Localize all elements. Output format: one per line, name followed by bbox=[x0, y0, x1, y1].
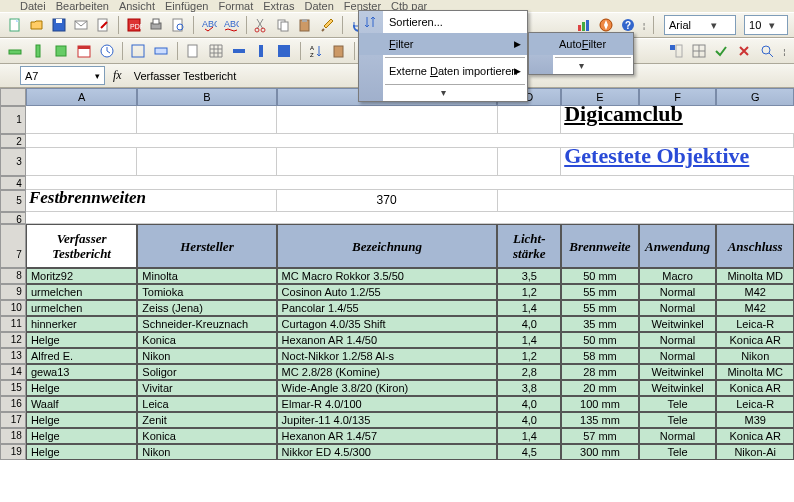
pdf-export-icon[interactable]: PDF bbox=[125, 15, 143, 35]
cell[interactable] bbox=[26, 106, 137, 134]
cell[interactable] bbox=[277, 148, 498, 176]
cell[interactable]: 55 mm bbox=[561, 300, 639, 316]
print-icon[interactable] bbox=[147, 15, 165, 35]
cell[interactable]: 57 mm bbox=[561, 428, 639, 444]
freeze-icon[interactable] bbox=[666, 41, 685, 61]
cell[interactable]: Jupiter-11 4.0/135 bbox=[277, 412, 498, 428]
cell[interactable]: Weitwinkel bbox=[639, 380, 717, 396]
row-header[interactable]: 6 bbox=[0, 212, 26, 224]
row-header[interactable]: 7 bbox=[0, 224, 26, 268]
split-icon[interactable] bbox=[689, 41, 708, 61]
cell[interactable] bbox=[137, 106, 276, 134]
cell[interactable]: 20 mm bbox=[561, 380, 639, 396]
menubar-item[interactable]: Datei bbox=[20, 0, 46, 12]
cell[interactable]: Getestete Objektive bbox=[561, 148, 794, 176]
cell[interactable]: Zenit bbox=[137, 412, 276, 428]
autocheck-icon[interactable]: ABC bbox=[222, 15, 240, 35]
paintbrush-icon[interactable] bbox=[318, 15, 336, 35]
toolbar-overflow-icon[interactable]: ¦ bbox=[641, 15, 648, 35]
cell[interactable]: 4,0 bbox=[497, 316, 561, 332]
spreadsheet-grid[interactable]: A B C D E F G 1 Digicamclub 2 3 Getestet… bbox=[0, 88, 794, 460]
cell[interactable]: 55 mm bbox=[561, 284, 639, 300]
cell[interactable] bbox=[26, 212, 794, 224]
toolbar-overflow-icon[interactable]: ¦ bbox=[781, 41, 788, 61]
borders-icon[interactable] bbox=[129, 41, 148, 61]
cell[interactable]: urmelchen bbox=[26, 284, 137, 300]
cell[interactable]: Cosinon Auto 1.2/55 bbox=[277, 284, 498, 300]
edit-doc-icon[interactable] bbox=[94, 15, 112, 35]
cell[interactable]: Konica bbox=[137, 332, 276, 348]
cell[interactable]: Wide-Angle 3.8/20 (Kiron) bbox=[277, 380, 498, 396]
cell[interactable]: Minolta MC bbox=[716, 364, 794, 380]
insert-time-icon[interactable] bbox=[97, 41, 116, 61]
cell[interactable]: Konica AR bbox=[716, 428, 794, 444]
col-header[interactable]: G bbox=[716, 88, 794, 106]
select-col-icon[interactable] bbox=[252, 41, 271, 61]
validate-icon[interactable] bbox=[712, 41, 731, 61]
table-header[interactable]: Verfasser Testbericht bbox=[26, 224, 137, 268]
cell[interactable]: Konica AR bbox=[716, 332, 794, 348]
cell[interactable]: 1,4 bbox=[497, 300, 561, 316]
cell[interactable]: 1,4 bbox=[497, 332, 561, 348]
row-header[interactable]: 10 bbox=[0, 300, 26, 316]
save-icon[interactable] bbox=[50, 15, 68, 35]
col-header[interactable]: B bbox=[137, 88, 276, 106]
doc-icon[interactable] bbox=[184, 41, 203, 61]
cell[interactable] bbox=[498, 148, 562, 176]
cell[interactable]: Helge bbox=[26, 380, 137, 396]
row-header[interactable]: 5 bbox=[0, 190, 26, 212]
menu-item-filter[interactable]: Filter ▶ bbox=[359, 33, 527, 55]
menubar-item[interactable]: Extras bbox=[263, 0, 294, 12]
cell[interactable]: Tele bbox=[639, 444, 717, 460]
menu-expand-icon[interactable]: ▾ bbox=[359, 87, 527, 101]
font-name-combo[interactable]: Arial ▾ bbox=[664, 15, 736, 35]
cell[interactable]: MC Macro Rokkor 3.5/50 bbox=[277, 268, 498, 284]
select-all-icon[interactable] bbox=[275, 41, 294, 61]
cell[interactable]: Vivitar bbox=[137, 380, 276, 396]
row-header[interactable]: 18 bbox=[0, 428, 26, 444]
cell[interactable]: M42 bbox=[716, 300, 794, 316]
row-header[interactable]: 2 bbox=[0, 134, 26, 148]
mail-icon[interactable] bbox=[72, 15, 90, 35]
cell[interactable]: Waalf bbox=[26, 396, 137, 412]
cell[interactable]: 1,2 bbox=[497, 284, 561, 300]
row-header[interactable]: 17 bbox=[0, 412, 26, 428]
cell[interactable]: Nikon bbox=[137, 444, 276, 460]
row-header[interactable]: 1 bbox=[0, 106, 26, 134]
zoom-icon[interactable] bbox=[758, 41, 777, 61]
table-header[interactable]: Licht-stärke bbox=[497, 224, 561, 268]
cell[interactable]: Normal bbox=[639, 332, 717, 348]
cell[interactable]: 28 mm bbox=[561, 364, 639, 380]
cell[interactable]: Macro bbox=[639, 268, 717, 284]
menubar-item[interactable]: Bearbeiten bbox=[56, 0, 109, 12]
cell[interactable]: 3,8 bbox=[497, 380, 561, 396]
row-header[interactable]: 16 bbox=[0, 396, 26, 412]
cell[interactable]: Curtagon 4.0/35 Shift bbox=[277, 316, 498, 332]
merge-icon[interactable] bbox=[152, 41, 171, 61]
select-row-icon[interactable] bbox=[229, 41, 248, 61]
cell[interactable]: Moritz92 bbox=[26, 268, 137, 284]
cell[interactable]: Leica bbox=[137, 396, 276, 412]
cell[interactable] bbox=[277, 106, 498, 134]
row-header[interactable]: 14 bbox=[0, 364, 26, 380]
cell[interactable]: Schneider-Kreuznach bbox=[137, 316, 276, 332]
fx-label[interactable]: fx bbox=[113, 68, 122, 83]
cell[interactable]: 2,8 bbox=[497, 364, 561, 380]
cell[interactable]: Noct-Nikkor 1.2/58 Al-s bbox=[277, 348, 498, 364]
row-header[interactable]: 15 bbox=[0, 380, 26, 396]
menu-item-autofilter[interactable]: AutoFilter bbox=[529, 33, 633, 55]
cell[interactable]: MC 2.8/28 (Komine) bbox=[277, 364, 498, 380]
cell[interactable]: Soligor bbox=[137, 364, 276, 380]
cell[interactable]: Nikkor ED 4.5/300 bbox=[277, 444, 498, 460]
cell[interactable]: Festbrennweiten bbox=[26, 190, 277, 212]
cell[interactable]: Tele bbox=[639, 412, 717, 428]
cell[interactable]: Leica-R bbox=[716, 396, 794, 412]
menu-item-import[interactable]: Externe Daten importieren ▶ bbox=[359, 60, 527, 82]
cell[interactable]: urmelchen bbox=[26, 300, 137, 316]
cell[interactable]: gewa13 bbox=[26, 364, 137, 380]
table-header[interactable]: Brennweite bbox=[561, 224, 639, 268]
paste-special-icon[interactable] bbox=[329, 41, 348, 61]
cell[interactable]: Digicamclub bbox=[561, 106, 794, 134]
cancel-icon[interactable] bbox=[735, 41, 754, 61]
menubar-item[interactable]: Format bbox=[218, 0, 253, 12]
